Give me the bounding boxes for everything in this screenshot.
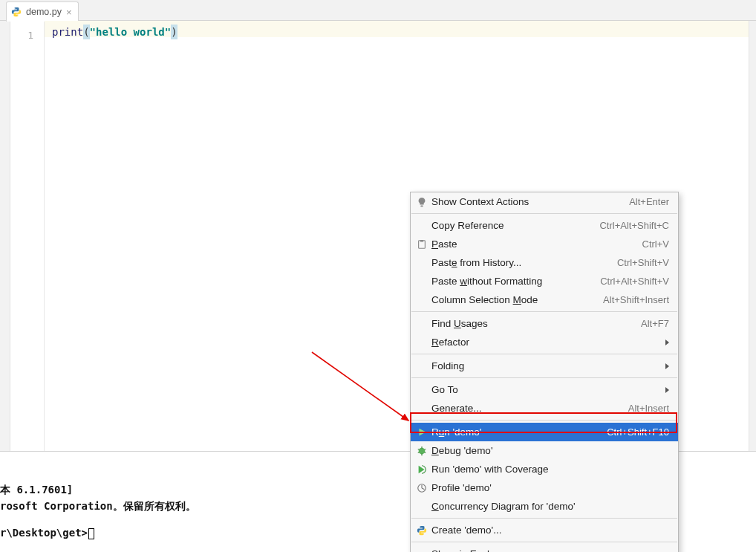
code-line: print("hello world") [45, 21, 749, 37]
coverage-icon [415, 463, 428, 476]
svg-rect-4 [420, 239, 423, 241]
blank-icon [415, 256, 428, 270]
menu-label: Create 'demo'... [431, 525, 669, 536]
menu-label: Profile 'demo' [431, 482, 669, 493]
menu-separator [411, 354, 677, 354]
menu-shortcut: Ctrl+Alt+Shift+V [600, 276, 669, 287]
menu-shortcut: Alt+Shift+Insert [603, 294, 669, 305]
blank-icon [415, 317, 428, 331]
paste-icon [415, 238, 428, 251]
menu-item-show-context-actions[interactable]: Show Context ActionsAlt+Enter [411, 192, 678, 211]
blank-icon [415, 360, 428, 373]
menu-label: Paste from History... [431, 257, 617, 268]
menu-item-copy-reference[interactable]: Copy ReferenceCtrl+Alt+Shift+C [411, 216, 678, 235]
menu-item-paste-without-formatting[interactable]: Paste without FormattingCtrl+Alt+Shift+V [411, 272, 678, 290]
debug-icon [415, 444, 428, 458]
tab-bar: demo.py × [0, 0, 756, 21]
menu-shortcut: Ctrl+V [642, 238, 669, 250]
menu-item-generate[interactable]: Generate...Alt+Insert [411, 399, 678, 418]
svg-rect-2 [420, 205, 423, 207]
menu-shortcut: Alt+Enter [629, 196, 669, 207]
python-file-icon [11, 7, 22, 17]
bulb-icon [415, 195, 428, 209]
code-function: print [52, 25, 83, 39]
menu-item-refactor[interactable]: Refactor [411, 333, 678, 351]
menu-item-find-usages[interactable]: Find UsagesAlt+F7 [411, 314, 678, 333]
menu-label: Run 'demo' with Coverage [431, 464, 669, 475]
line-number-gutter: 1 [10, 21, 45, 451]
submenu-arrow-icon [665, 340, 669, 345]
menu-label: Paste without Formatting [431, 276, 600, 287]
run-green-icon [415, 426, 428, 439]
menu-label: Column Selection Mode [431, 294, 603, 305]
menu-item-profile-demo[interactable]: Profile 'demo' [411, 478, 678, 497]
code-paren-open: ( [83, 25, 89, 39]
line-number: 1 [10, 30, 33, 41]
menu-label: Show Context Actions [431, 196, 629, 207]
left-margin [0, 21, 10, 451]
menu-label: Debug 'demo' [431, 445, 669, 456]
menu-shortcut: Alt+F7 [641, 318, 669, 329]
blank-icon [415, 275, 428, 288]
editor-tab[interactable]: demo.py × [6, 1, 79, 22]
menu-item-run-demo-with-coverage[interactable]: Run 'demo' with Coverage [411, 460, 678, 478]
menu-item-column-selection-mode[interactable]: Column Selection ModeAlt+Shift+Insert [411, 290, 678, 309]
menu-item-paste-from-history[interactable]: Paste from History...Ctrl+Shift+V [411, 253, 678, 272]
menu-separator [411, 377, 677, 378]
blank-icon [415, 336, 428, 349]
menu-item-go-to[interactable]: Go To [411, 380, 678, 399]
svg-point-0 [14, 8, 15, 9]
menu-shortcut: Ctrl+Shift+F10 [607, 426, 669, 438]
blank-icon [415, 548, 428, 553]
right-margin [749, 21, 756, 451]
tab-filename: demo.py [26, 7, 62, 17]
menu-label: Refactor [431, 337, 665, 348]
menu-item-run-demo[interactable]: Run 'demo'Ctrl+Shift+F10 [411, 423, 678, 441]
blank-icon [415, 219, 428, 233]
menu-label: Folding [431, 360, 665, 371]
terminal-cursor [88, 528, 94, 539]
blank-icon [415, 293, 428, 307]
svg-point-1 [18, 15, 19, 16]
menu-item-folding[interactable]: Folding [411, 357, 678, 375]
menu-shortcut: Ctrl+Alt+Shift+C [599, 220, 669, 231]
profile-icon [415, 481, 428, 495]
blank-icon [415, 500, 428, 513]
tab-close-icon[interactable]: × [66, 7, 72, 18]
menu-item-show-in-explorer[interactable]: Show in Explorer [411, 545, 678, 552]
submenu-arrow-icon [665, 387, 669, 393]
menu-label: Concurrency Diagram for 'demo' [431, 501, 669, 512]
menu-separator [411, 420, 677, 421]
submenu-arrow-icon [665, 363, 669, 369]
menu-shortcut: Alt+Insert [628, 403, 669, 414]
menu-item-paste[interactable]: PasteCtrl+V [411, 235, 678, 253]
code-string: "hello world" [90, 25, 172, 39]
menu-item-concurrency-diagram-for-demo[interactable]: Concurrency Diagram for 'demo' [411, 497, 678, 516]
code-paren-close: ) [171, 25, 177, 39]
menu-label: Show in Explorer [431, 548, 669, 552]
menu-label: Generate... [431, 403, 628, 414]
menu-shortcut: Ctrl+Shift+V [617, 257, 669, 268]
menu-separator [411, 213, 677, 214]
svg-point-5 [419, 447, 426, 454]
menu-label: Run 'demo' [431, 426, 607, 438]
menu-label: Paste [431, 238, 642, 250]
blank-icon [415, 402, 428, 415]
menu-item-create-demo[interactable]: Create 'demo'... [411, 521, 678, 539]
menu-separator [411, 542, 677, 542]
context-menu: Show Context ActionsAlt+EnterCopy Refere… [410, 192, 679, 552]
menu-item-debug-demo[interactable]: Debug 'demo' [411, 441, 678, 460]
menu-label: Go To [431, 384, 665, 395]
menu-label: Find Usages [431, 318, 641, 329]
menu-label: Copy Reference [431, 220, 599, 231]
menu-separator [411, 311, 677, 312]
blank-icon [415, 383, 428, 397]
python-icon [415, 524, 428, 537]
menu-separator [411, 518, 677, 519]
terminal-prompt: r\Desktop\get> [0, 527, 88, 539]
